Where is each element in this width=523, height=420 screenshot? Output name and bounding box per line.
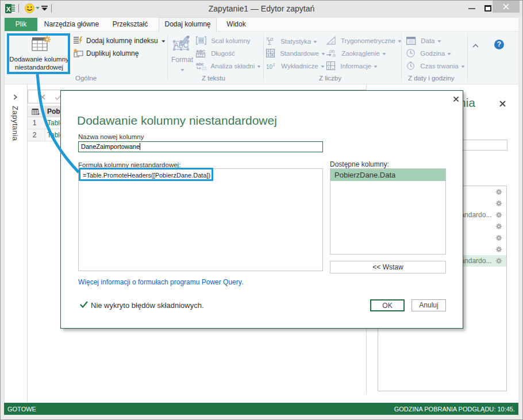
svg-text:2: 2 <box>273 63 275 67</box>
svg-text:3: 3 <box>328 67 330 70</box>
svg-text:abc: abc <box>196 61 204 67</box>
svg-text:−: − <box>332 62 334 65</box>
svg-text:.0: .0 <box>332 53 336 57</box>
svg-text:10: 10 <box>266 64 273 70</box>
svg-text:123: 123 <box>197 53 203 57</box>
svg-text:1: 1 <box>328 62 330 65</box>
svg-text:+: + <box>332 67 334 70</box>
svg-text:Σ: Σ <box>268 40 271 45</box>
